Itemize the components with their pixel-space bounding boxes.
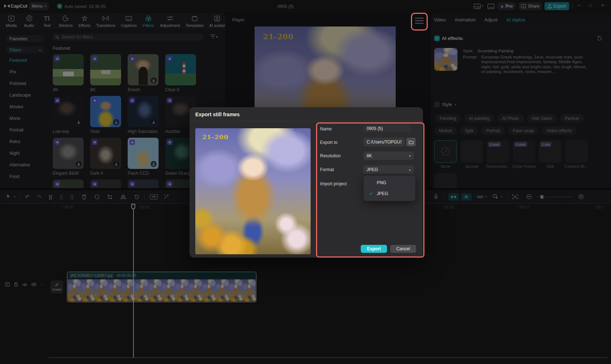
export-to-label: Export to <box>320 140 338 145</box>
format-option-jpeg[interactable]: ✓ JPEG <box>364 188 415 199</box>
format-select[interactable]: JPEG ▴ <box>363 165 414 174</box>
export-to-field[interactable]: C:/Users/TOPGUS/... <box>363 138 405 146</box>
format-label: Format <box>320 167 334 172</box>
resolution-select[interactable]: 8K ▾ <box>363 151 414 160</box>
image-watermark: 21-200 <box>202 133 228 141</box>
export-to-value: C:/Users/TOPGUS/... <box>367 139 402 145</box>
name-value: 0905 (5) <box>367 126 383 131</box>
check-icon: ✓ <box>370 191 375 196</box>
chevron-up-icon: ▴ <box>409 168 411 171</box>
browse-folder-button[interactable] <box>406 138 416 146</box>
format-value: JPEG <box>367 167 378 172</box>
format-option-png[interactable]: PNG <box>364 177 415 188</box>
capcut-window: CapCut Menu ▾ ✓ Auto saved: 16:36:35 090… <box>0 0 611 364</box>
import-project-label: Import project <box>320 181 347 186</box>
resolution-value: 8K <box>367 153 372 158</box>
resolution-label: Resolution <box>320 153 341 158</box>
dialog-export-button[interactable]: Export <box>361 245 387 253</box>
name-field[interactable]: 0905 (5) <box>363 125 411 132</box>
dialog-preview-image: 21-200 <box>195 128 311 254</box>
folder-icon <box>409 140 414 144</box>
name-label: Name <box>320 126 332 132</box>
chevron-down-icon: ▾ <box>409 154 411 158</box>
format-dropdown-menu: PNG ✓ JPEG <box>364 176 415 201</box>
dialog-title: Export still frames <box>195 112 240 117</box>
dialog-cancel-button[interactable]: Cancel <box>390 245 416 253</box>
